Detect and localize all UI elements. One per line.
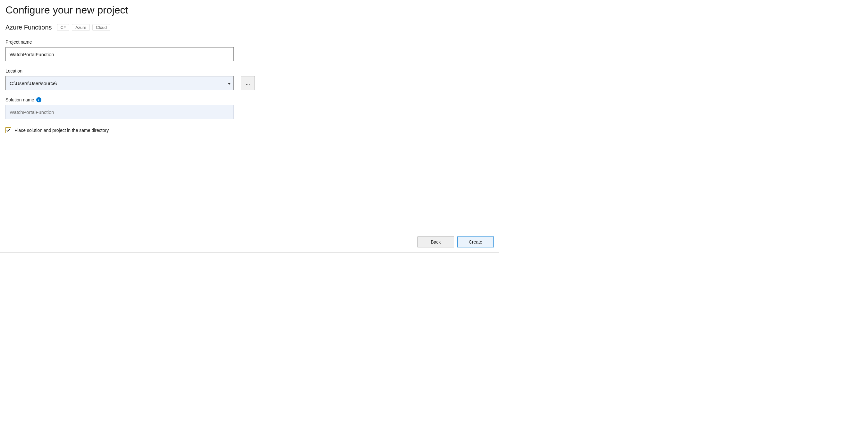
info-icon[interactable]: i xyxy=(36,97,41,103)
project-name-label: Project name xyxy=(5,39,494,45)
browse-button[interactable]: ... xyxy=(241,76,255,90)
template-row: Azure Functions C# Azure Cloud xyxy=(5,24,494,31)
same-directory-label: Place solution and project in the same d… xyxy=(14,128,109,133)
project-name-input[interactable] xyxy=(5,47,234,61)
configure-project-window: Configure your new project Azure Functio… xyxy=(0,0,499,253)
solution-name-label-text: Solution name xyxy=(5,97,34,103)
same-directory-row: Place solution and project in the same d… xyxy=(5,127,494,133)
solution-name-input xyxy=(5,105,234,119)
tag-csharp: C# xyxy=(57,24,69,31)
template-name: Azure Functions xyxy=(5,24,52,31)
tag-group: C# Azure Cloud xyxy=(57,24,111,31)
location-combo[interactable] xyxy=(5,76,234,90)
location-label: Location xyxy=(5,68,494,74)
solution-name-label: Solution name i xyxy=(5,97,494,103)
solution-name-block: Solution name i xyxy=(5,97,494,119)
tag-azure: Azure xyxy=(72,24,90,31)
footer: Back Create xyxy=(417,236,494,247)
location-block: Location ... xyxy=(5,68,494,90)
page-title: Configure your new project xyxy=(5,4,494,16)
back-button[interactable]: Back xyxy=(417,236,454,247)
check-icon xyxy=(6,128,10,133)
tag-cloud: Cloud xyxy=(92,24,110,31)
create-button[interactable]: Create xyxy=(457,236,494,247)
same-directory-checkbox[interactable] xyxy=(5,127,11,133)
project-name-block: Project name xyxy=(5,39,494,61)
